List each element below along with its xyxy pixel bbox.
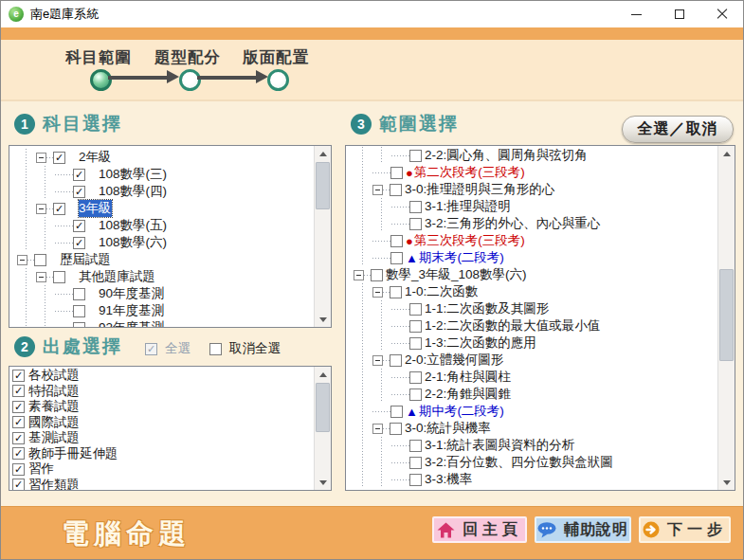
collapse-toggle-icon[interactable] [36,272,46,282]
tree-item[interactable]: 108數學(四) [9,183,315,200]
tree-item-checkbox[interactable] [390,286,402,298]
tree-item[interactable]: 3-2:百分位數、四分位數與盒狀圖 [346,454,718,471]
scroll-up-icon[interactable] [718,146,735,161]
tree-item[interactable]: ▲期末考(二段考) [346,249,718,266]
collapse-toggle-icon[interactable] [372,355,383,366]
select-all-checkbox[interactable] [145,343,157,355]
tree-item[interactable]: 3年級 [9,200,315,217]
collapse-toggle-icon[interactable] [372,424,383,434]
tree-item-checkbox[interactable] [409,474,422,486]
scroll-up-icon[interactable] [315,146,331,161]
tree-item[interactable]: 歷屆試題 [9,251,315,268]
scroll-down-icon[interactable] [315,475,331,490]
tree-item[interactable]: 2-0:立體幾何圖形 [346,352,718,369]
tree-item-checkbox[interactable] [73,237,85,249]
source-list-item[interactable]: 素養試題 [9,399,315,415]
tree-item[interactable]: 108數學(六) [9,234,315,251]
step-circle-2[interactable] [179,69,201,91]
source-item-checkbox[interactable] [12,432,25,444]
tree-item[interactable]: 3-0:推理證明與三角形的心 [346,181,718,198]
select-toggle-button[interactable]: 全選／取消 [622,116,734,143]
deselect-all-checkbox[interactable] [209,343,222,355]
source-list-scrollbar[interactable] [314,367,331,490]
tree-item-checkbox[interactable] [390,406,403,418]
source-item-checkbox[interactable] [12,463,25,476]
collapse-toggle-icon[interactable] [372,185,383,195]
tree-item[interactable]: 1-3:二次函數的應用 [346,334,718,352]
source-item-checkbox[interactable] [12,416,25,428]
minimize-button[interactable] [615,1,658,27]
scroll-down-icon[interactable] [718,475,735,490]
tree-item[interactable]: 數學_3年級_108數學(六) [346,266,718,283]
collapse-toggle-icon[interactable] [36,153,46,163]
tree-item-checkbox[interactable] [409,371,422,384]
tree-item-checkbox[interactable] [409,337,422,350]
scrollbar-thumb[interactable] [316,383,330,432]
tree-item-checkbox[interactable] [409,440,422,452]
tree-item[interactable]: 2-2:圓心角、圓周角與弦切角 [346,147,718,164]
tree-item-checkbox[interactable] [73,305,85,317]
tree-item[interactable]: 2年級 [9,149,315,166]
tree-item-checkbox[interactable] [409,303,422,316]
source-list-item[interactable]: 習作 [9,461,315,478]
tree-item[interactable]: 3-3:機率 [346,471,718,488]
tree-item-checkbox[interactable] [390,235,403,247]
tree-item-checkbox[interactable] [390,354,402,367]
tree-item[interactable]: 3-1:推理與證明 [346,198,718,215]
tree-item-checkbox[interactable] [409,320,422,333]
tree-item-checkbox[interactable] [73,288,85,300]
tree-item-checkbox[interactable] [53,152,65,164]
source-item-checkbox[interactable] [12,401,25,413]
source-list-item[interactable]: 基測試題 [9,430,315,446]
tree-item-checkbox[interactable] [73,322,85,328]
tree-item-checkbox[interactable] [409,457,422,469]
tree-item-checkbox[interactable] [390,423,402,435]
help-button[interactable]: 輔助說明 [535,516,631,543]
collapse-toggle-icon[interactable] [372,287,383,298]
maximize-button[interactable] [658,1,700,27]
tree-item-checkbox[interactable] [409,150,422,162]
tree-item-checkbox[interactable] [390,252,403,264]
source-item-checkbox[interactable] [12,370,25,382]
scrollbar-thumb[interactable] [719,269,734,361]
tree-item[interactable]: 3-0:統計與機率 [346,420,718,437]
tree-item-checkbox[interactable] [409,218,422,230]
range-tree-scrollbar[interactable] [717,146,735,490]
step-circle-1[interactable] [90,69,112,91]
tree-item-checkbox[interactable] [409,388,422,401]
source-list-item[interactable]: 特招試題 [9,384,315,400]
tree-item[interactable]: ●第三次段考(三段考) [346,232,718,249]
tree-item-checkbox[interactable] [73,186,85,198]
source-item-checkbox[interactable] [12,479,25,490]
scroll-up-icon[interactable] [315,367,331,382]
source-item-checkbox[interactable] [12,447,25,460]
tree-item-checkbox[interactable] [409,201,422,213]
select-all-control[interactable]: 全選 [145,340,191,357]
tree-item-checkbox[interactable] [73,169,85,181]
tree-item-checkbox[interactable] [53,271,65,283]
tree-item[interactable]: 2-1:角柱與圓柱 [346,369,718,386]
source-list-item[interactable]: 習作類題 [9,478,315,491]
collapse-toggle-icon[interactable] [17,255,27,265]
close-button[interactable] [700,1,743,27]
collapse-toggle-icon[interactable] [36,204,46,214]
collapse-toggle-icon[interactable] [354,270,364,280]
tree-item[interactable]: 1-2:二次函數的最大值或最小值 [346,317,718,334]
tree-item[interactable]: 108數學(五) [9,217,315,234]
source-list-item[interactable]: 各校試題 [9,368,315,384]
source-list-item[interactable]: 國際試題 [9,415,315,431]
tree-item[interactable]: 2-2:角錐與圓錐 [346,386,718,403]
tree-item[interactable]: 1-0:二次函數 [346,283,718,300]
tree-item-checkbox[interactable] [371,269,383,281]
tree-item[interactable]: 其他題庫試題 [9,268,315,285]
next-step-button[interactable]: 下一步 [639,516,731,543]
deselect-all-control[interactable]: 取消全選 [209,340,281,357]
tree-item[interactable]: ▲期中考(二段考) [346,403,718,420]
subject-tree-scrollbar[interactable] [314,146,331,327]
scroll-down-icon[interactable] [315,312,331,327]
tree-item[interactable]: ●第二次段考(三段考) [346,164,718,181]
tree-item[interactable]: 3-1:統計表圖與資料的分析 [346,437,718,454]
scrollbar-thumb[interactable] [316,162,330,209]
tree-item-checkbox[interactable] [34,254,46,266]
tree-item-checkbox[interactable] [53,203,65,215]
